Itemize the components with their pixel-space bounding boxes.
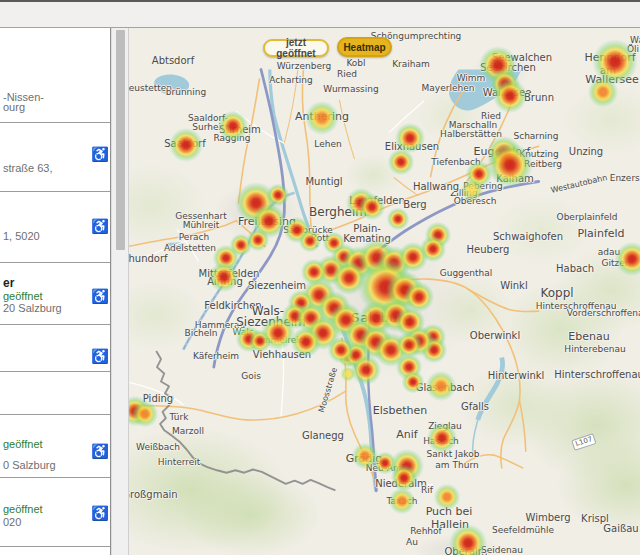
- map-place-label: Piding: [143, 393, 173, 404]
- map-place-label: Ainring: [207, 276, 243, 287]
- map-place-label: Unzing: [569, 146, 603, 157]
- map-place-label: Bergheim: [309, 205, 367, 219]
- filter-open-now-button[interactable]: jetzt geöffnet: [263, 39, 329, 57]
- map-place-label: Oberesch: [454, 196, 497, 206]
- map-place-label: Reitberg: [524, 159, 562, 169]
- map-place-label: Hinterwinkl: [488, 370, 545, 381]
- map-place-label: Seekirchen: [480, 62, 535, 73]
- map-place-label: Siezenheim: [248, 280, 306, 291]
- result-address: 20 Salzburg: [3, 302, 62, 314]
- map-place-label: Großgmain: [128, 489, 178, 500]
- map-place-label: Halberstätten: [440, 129, 502, 139]
- map-place-label: Au: [406, 537, 418, 547]
- map-place-label: Oberplainfeld: [557, 212, 618, 222]
- map-place-label: Viehhausen: [253, 349, 311, 360]
- map-place-label: Ried: [337, 69, 357, 79]
- result-address: ourg: [3, 101, 25, 113]
- map-place-label: Heuberg: [467, 244, 510, 255]
- map-place-label: Puch bei: [426, 505, 473, 518]
- map-place-label: Rif: [421, 485, 433, 495]
- map-place-label: Elixhausen: [385, 141, 439, 152]
- map-place-label: Käferheim: [193, 351, 239, 361]
- result-address: 1, 5020: [3, 230, 40, 242]
- map-place-label: Seidenau: [481, 545, 523, 555]
- map-place-label: Hallwang: [413, 181, 459, 192]
- map-place-label: Wallersee: [585, 73, 639, 86]
- map-place-label: Perach: [179, 232, 210, 242]
- map-place-label: Kemating: [343, 233, 390, 244]
- map-place-label: Thundorf: [128, 253, 168, 264]
- wheelchair-accessible-icon: ♿: [91, 218, 109, 234]
- map-place-label: Ragging: [214, 133, 251, 143]
- map-place-label: Elsbethen: [373, 404, 428, 417]
- map-place-label: Taxach: [386, 496, 417, 506]
- map-place-label: Rott: [311, 233, 329, 243]
- open-status-text: geöffnet: [3, 438, 43, 450]
- map-place-label: am Thurn: [435, 460, 478, 470]
- map-place-label: brünning: [166, 87, 206, 97]
- open-status-text: geöffnet: [3, 290, 43, 302]
- map-place-label: Acharting: [269, 75, 312, 85]
- map-place-label: Schwaighofen: [493, 231, 563, 242]
- map-place-label: Niederalm: [375, 478, 427, 489]
- browser-toolbar: [0, 0, 640, 28]
- result-list-item[interactable]: [0, 372, 110, 415]
- map-place-label: Anthering: [295, 110, 349, 123]
- map-place-label: Wimberg: [526, 512, 571, 523]
- map-place-label: Enzersberg: [610, 173, 640, 183]
- scrollbar-thumb[interactable]: [116, 30, 125, 250]
- map-place-label: Wals: [232, 327, 253, 337]
- map-place-label: Salzburg: [351, 310, 412, 325]
- map-place-label: Knutzing: [519, 149, 558, 159]
- wheelchair-accessible-icon: ♿: [91, 505, 109, 521]
- sidebar-scrollbar[interactable]: [111, 28, 128, 555]
- map-place-label: Gois: [241, 371, 261, 381]
- map-place-label: Berg: [403, 199, 426, 210]
- map-place-label: Guggenthal: [440, 268, 493, 278]
- wheelchair-accessible-icon: ♿: [91, 348, 109, 364]
- map-canvas[interactable]: jetzt geöffnet Heatmap Schöngumprechting…: [128, 28, 640, 555]
- map-place-label: Plainfeld: [577, 227, 624, 240]
- map-place-label: Kraiham: [392, 59, 430, 69]
- map-place-label: Gitzen: [602, 258, 631, 268]
- map-place-label: Türk: [170, 412, 189, 422]
- map-place-label: Seefeldmühle: [492, 525, 554, 535]
- results-sidebar[interactable]: -Nissen-ourgstraße 63,1, 5020ergeöffnet2…: [0, 28, 111, 555]
- map-place-label: Winkl: [500, 280, 527, 291]
- map-place-label: Wurmassing: [323, 84, 378, 94]
- map-place-label: Gaißau: [603, 523, 638, 534]
- map-place-label: Himmelreich: [252, 335, 309, 345]
- map-place-label: Zieglau: [428, 421, 462, 431]
- map-place-label: Marzoll: [172, 426, 204, 436]
- map-place-label: Glasenbach: [416, 382, 475, 393]
- map-place-label: Henndorf: [584, 51, 635, 64]
- map-place-label: Koppl: [540, 286, 573, 300]
- map-place-label: Hinterebenau: [564, 344, 625, 354]
- map-place-label: Rehhof: [410, 526, 441, 536]
- map-place-label: Kobl: [346, 58, 365, 68]
- result-address: straße 63,: [3, 162, 53, 174]
- map-place-label: Würzenberg: [277, 61, 331, 71]
- map-place-label: Lehen: [314, 139, 341, 149]
- map-place-label: adau: [598, 247, 620, 257]
- map-place-label: Ebenau: [568, 330, 609, 343]
- open-status-text: geöffnet: [3, 503, 43, 515]
- map-place-label: Gfalls: [461, 401, 489, 412]
- result-title: er: [3, 276, 14, 290]
- map-place-label: Mühlreit: [183, 220, 220, 230]
- heatmap-toggle-button[interactable]: Heatmap: [337, 37, 392, 57]
- map-place-label: Abtsdorf: [152, 55, 194, 66]
- map-place-label: Scharning: [513, 131, 558, 141]
- map-place-label: Wimm: [457, 73, 486, 83]
- wheelchair-accessible-icon: ♿: [91, 443, 109, 459]
- map-place-label: Neu-Anif: [366, 463, 405, 473]
- map-place-label: Sankt Jakob: [427, 449, 480, 459]
- map-place-label: Lengfelden: [349, 195, 405, 206]
- map-place-label: Mayerlehen: [422, 83, 475, 93]
- map-place-label: Adelstetten: [164, 243, 216, 253]
- map-place-label: Glanegg: [302, 430, 344, 441]
- map-place-label: Anif: [396, 428, 417, 441]
- map-place-label: Haslach: [423, 436, 459, 446]
- map-place-label: Vorderschroffenau: [567, 308, 640, 318]
- map-place-label: Hinterreit: [158, 457, 201, 467]
